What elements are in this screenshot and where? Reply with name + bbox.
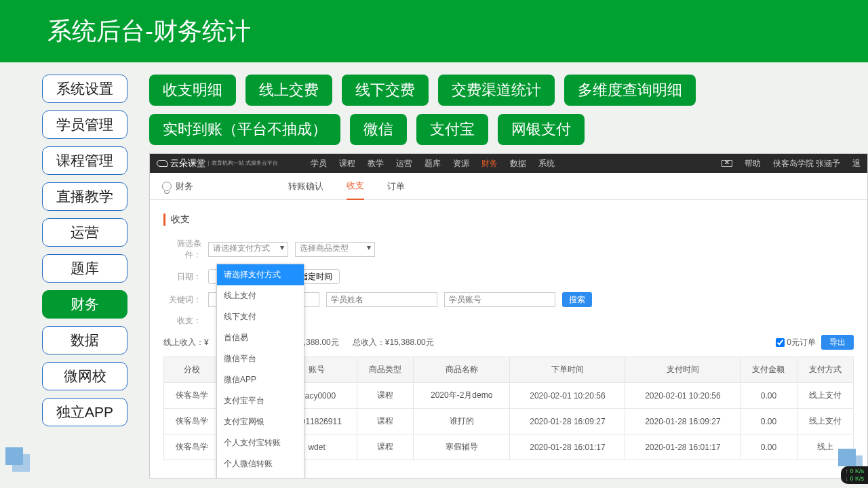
- pill: 支付宝: [416, 114, 488, 145]
- menu-数据[interactable]: 数据: [510, 158, 526, 169]
- pill: 多维度查询明细: [564, 75, 696, 106]
- dropdown-option[interactable]: 线下支付: [217, 306, 304, 327]
- dropdown-option[interactable]: 微信平台: [217, 348, 304, 369]
- pill-row-2: 实时到账（平台不抽成）微信支付宝网银支付: [149, 114, 868, 145]
- tabs: 转账确认收支订单: [288, 173, 405, 200]
- input-student-account[interactable]: [444, 292, 555, 307]
- dropdown-option[interactable]: 请选择支付方式: [217, 264, 304, 285]
- menu-教学[interactable]: 教学: [368, 158, 384, 169]
- brand-text: 云朵课堂: [170, 157, 205, 169]
- dropdown-option[interactable]: 线上支付: [217, 285, 304, 306]
- dropdown-option[interactable]: 支付宝担保交易: [217, 474, 304, 479]
- cloud-icon: [157, 160, 167, 167]
- dropdown-option[interactable]: 支付宝平台: [217, 390, 304, 411]
- pill: 收支明细: [149, 75, 236, 106]
- mail-icon[interactable]: [722, 160, 732, 167]
- main-menu: 学员课程教学运营题库资源财务数据系统: [311, 158, 555, 169]
- user-icon: [162, 182, 172, 191]
- brand-sub: 教育机构一站 式服务云平台: [208, 161, 278, 166]
- page-title: 系统后台-财务统计: [47, 15, 251, 48]
- label-date: 日期：: [163, 271, 201, 283]
- value-total: ¥15,388.00元: [385, 338, 434, 347]
- menu-财务[interactable]: 财务: [481, 158, 498, 169]
- col-header: 支付方式: [797, 357, 853, 383]
- chk-zero-order[interactable]: 0元订单: [776, 337, 816, 348]
- menu-题库[interactable]: 题库: [425, 158, 441, 169]
- page-banner: 系统后台-财务统计: [0, 0, 868, 62]
- app-window: 云朵课堂 教育机构一站 式服务云平台 学员课程教学运营题库资源财务数据系统 帮助…: [149, 153, 868, 479]
- label-cond: 筛选条件：: [163, 238, 201, 261]
- nav-直播教学[interactable]: 直播教学: [42, 182, 127, 211]
- pill: 微信: [350, 114, 407, 145]
- input-student-name[interactable]: [326, 292, 437, 307]
- pill: 交费渠道统计: [438, 75, 555, 106]
- nav-课程管理[interactable]: 课程管理: [42, 146, 127, 175]
- menu-学员[interactable]: 学员: [311, 158, 327, 169]
- topbar: 云朵课堂 教育机构一站 式服务云平台 学员课程教学运营题库资源财务数据系统 帮助…: [150, 154, 867, 173]
- dropdown-option[interactable]: 个人微信转账: [217, 453, 304, 474]
- menu-运营[interactable]: 运营: [396, 158, 412, 169]
- col-header: 下单时间: [510, 357, 625, 383]
- label-total: 总收入：: [353, 338, 385, 347]
- nav-题库[interactable]: 题库: [42, 254, 127, 283]
- menu-课程[interactable]: 课程: [339, 158, 355, 169]
- col-header: 商品名称: [413, 357, 510, 383]
- menu-系统[interactable]: 系统: [538, 158, 555, 169]
- sub-header: 财务 转账确认收支订单: [150, 173, 867, 200]
- nav-学员管理[interactable]: 学员管理: [42, 110, 127, 139]
- nav-财务[interactable]: 财务: [42, 290, 127, 319]
- deco-square-left: [12, 454, 30, 472]
- pill: 实时到账（平台不抽成）: [149, 114, 340, 145]
- col-header: 支付金额: [741, 357, 797, 383]
- nav-运营[interactable]: 运营: [42, 218, 127, 247]
- payment-dropdown: 请选择支付方式线上支付线下支付首信易微信平台微信APP支付宝平台支付宝网银个人支…: [216, 264, 304, 479]
- logout-link[interactable]: 退: [852, 158, 861, 169]
- search-button[interactable]: 搜索: [562, 292, 592, 307]
- pill: 网银支付: [498, 114, 585, 145]
- network-badge: ↑ 0 K/s ↓ 0 K/s: [841, 466, 868, 484]
- pill: 线上交费: [245, 75, 332, 106]
- nav-数据[interactable]: 数据: [42, 326, 127, 354]
- dropdown-option[interactable]: 支付宝网银: [217, 411, 304, 432]
- select-payment[interactable]: 请选择支付方式: [208, 242, 288, 257]
- tab-收支[interactable]: 收支: [347, 173, 364, 200]
- menu-资源[interactable]: 资源: [453, 158, 469, 169]
- tab-订单[interactable]: 订单: [387, 173, 405, 200]
- nav-独立APP[interactable]: 独立APP: [42, 398, 127, 426]
- brand-logo: 云朵课堂 教育机构一站 式服务云平台: [157, 157, 278, 169]
- label-online-income: 线上收入：¥: [163, 337, 209, 348]
- nav-微网校[interactable]: 微网校: [42, 362, 127, 390]
- nav-系统设置[interactable]: 系统设置: [42, 75, 127, 103]
- left-nav: 系统设置学员管理课程管理直播教学运营题库财务数据微网校独立APP: [42, 75, 127, 479]
- help-link[interactable]: 帮助: [745, 158, 761, 169]
- select-category[interactable]: 选择商品类型: [295, 242, 375, 257]
- user-name[interactable]: 侠客岛学院 张涵予: [773, 158, 840, 169]
- section-title: 收支: [163, 214, 854, 226]
- label-io: 收支：: [163, 315, 201, 327]
- dropdown-option[interactable]: 微信APP: [217, 369, 304, 390]
- dropdown-option[interactable]: 个人支付宝转账: [217, 432, 304, 453]
- col-header: 商品类型: [357, 357, 413, 383]
- module-name: 财务: [162, 180, 193, 192]
- value-partial-amt: ,388.00元: [304, 337, 339, 348]
- col-header: 分校: [164, 357, 220, 383]
- export-button[interactable]: 导出: [821, 335, 854, 350]
- tab-转账确认[interactable]: 转账确认: [288, 173, 323, 200]
- pill: 线下交费: [342, 75, 429, 106]
- dropdown-option[interactable]: 首信易: [217, 327, 304, 348]
- label-kw: 关键词：: [163, 294, 201, 306]
- pill-row-1: 收支明细线上交费线下交费交费渠道统计多维度查询明细: [149, 75, 868, 106]
- col-header: 支付时间: [625, 357, 741, 383]
- filter-row-cond: 筛选条件： 请选择支付方式 选择商品类型: [163, 238, 854, 261]
